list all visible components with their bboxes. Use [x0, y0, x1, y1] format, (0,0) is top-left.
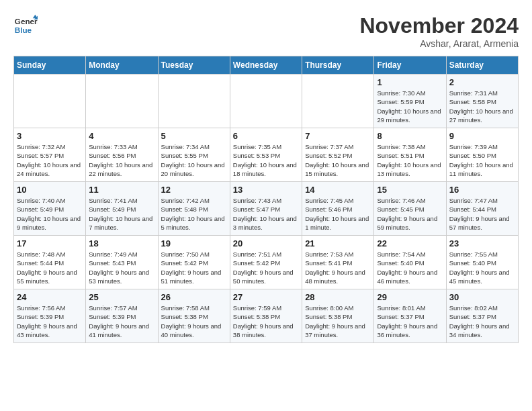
location: Avshar, Ararat, Armenia	[359, 38, 519, 49]
day-number: 6	[233, 131, 299, 141]
calendar-cell: 30Sunrise: 8:02 AM Sunset: 5:37 PM Dayli…	[446, 289, 518, 343]
day-info: Sunrise: 7:35 AM Sunset: 5:53 PM Dayligh…	[233, 142, 299, 178]
day-number: 15	[377, 185, 443, 195]
calendar-cell: 5Sunrise: 7:34 AM Sunset: 5:55 PM Daylig…	[158, 128, 230, 182]
day-info: Sunrise: 8:02 AM Sunset: 5:37 PM Dayligh…	[449, 304, 515, 339]
day-number: 12	[161, 185, 227, 195]
day-number: 19	[161, 238, 227, 248]
day-number: 27	[233, 292, 299, 302]
calendar-cell	[86, 75, 158, 128]
day-info: Sunrise: 7:48 AM Sunset: 5:44 PM Dayligh…	[17, 250, 83, 285]
calendar-cell: 11Sunrise: 7:41 AM Sunset: 5:49 PM Dayli…	[86, 182, 158, 236]
day-info: Sunrise: 7:51 AM Sunset: 5:42 PM Dayligh…	[233, 250, 299, 285]
day-info: Sunrise: 7:41 AM Sunset: 5:49 PM Dayligh…	[89, 196, 154, 232]
day-number: 5	[161, 131, 227, 141]
logo-icon: General Blue	[13, 13, 38, 38]
calendar-cell: 18Sunrise: 7:49 AM Sunset: 5:43 PM Dayli…	[86, 236, 158, 289]
calendar-cell: 23Sunrise: 7:55 AM Sunset: 5:40 PM Dayli…	[446, 236, 518, 289]
day-number: 25	[89, 292, 154, 302]
day-number: 28	[305, 292, 371, 302]
day-number: 13	[233, 185, 299, 195]
calendar-cell: 14Sunrise: 7:45 AM Sunset: 5:46 PM Dayli…	[302, 182, 374, 236]
day-info: Sunrise: 7:56 AM Sunset: 5:39 PM Dayligh…	[17, 304, 83, 339]
day-info: Sunrise: 7:53 AM Sunset: 5:41 PM Dayligh…	[305, 250, 371, 285]
weekday-header-friday: Friday	[374, 56, 446, 75]
weekday-header-saturday: Saturday	[446, 56, 518, 75]
day-info: Sunrise: 8:01 AM Sunset: 5:37 PM Dayligh…	[377, 304, 443, 339]
calendar-cell: 3Sunrise: 7:32 AM Sunset: 5:57 PM Daylig…	[14, 128, 86, 182]
day-number: 22	[377, 238, 443, 248]
calendar-cell: 24Sunrise: 7:56 AM Sunset: 5:39 PM Dayli…	[14, 289, 86, 343]
week-row-2: 3Sunrise: 7:32 AM Sunset: 5:57 PM Daylig…	[14, 128, 519, 182]
day-info: Sunrise: 7:30 AM Sunset: 5:59 PM Dayligh…	[377, 89, 443, 124]
calendar-cell: 27Sunrise: 7:59 AM Sunset: 5:38 PM Dayli…	[230, 289, 302, 343]
day-number: 30	[449, 292, 515, 302]
day-number: 24	[17, 292, 83, 302]
calendar-cell: 10Sunrise: 7:40 AM Sunset: 5:49 PM Dayli…	[14, 182, 86, 236]
weekday-header-thursday: Thursday	[302, 56, 374, 75]
day-number: 23	[449, 238, 515, 248]
day-info: Sunrise: 8:00 AM Sunset: 5:38 PM Dayligh…	[305, 304, 371, 339]
weekday-header-row: SundayMondayTuesdayWednesdayThursdayFrid…	[14, 56, 519, 75]
calendar-cell	[302, 75, 374, 128]
calendar-cell: 4Sunrise: 7:33 AM Sunset: 5:56 PM Daylig…	[86, 128, 158, 182]
calendar-cell: 1Sunrise: 7:30 AM Sunset: 5:59 PM Daylig…	[374, 75, 446, 128]
logo: General Blue	[13, 13, 38, 38]
calendar-cell	[14, 75, 86, 128]
day-number: 21	[305, 238, 371, 248]
svg-text:Blue: Blue	[15, 26, 32, 34]
calendar-cell	[230, 75, 302, 128]
title-block: November 2024 Avshar, Ararat, Armenia	[359, 13, 519, 49]
calendar-cell: 26Sunrise: 7:58 AM Sunset: 5:38 PM Dayli…	[158, 289, 230, 343]
calendar-cell: 12Sunrise: 7:42 AM Sunset: 5:48 PM Dayli…	[158, 182, 230, 236]
week-row-3: 10Sunrise: 7:40 AM Sunset: 5:49 PM Dayli…	[14, 182, 519, 236]
day-number: 16	[449, 185, 515, 195]
day-info: Sunrise: 7:46 AM Sunset: 5:45 PM Dayligh…	[377, 196, 443, 232]
day-info: Sunrise: 7:38 AM Sunset: 5:51 PM Dayligh…	[377, 142, 443, 178]
calendar-cell: 29Sunrise: 8:01 AM Sunset: 5:37 PM Dayli…	[374, 289, 446, 343]
weekday-header-wednesday: Wednesday	[230, 56, 302, 75]
day-number: 2	[449, 77, 515, 87]
day-number: 11	[89, 185, 154, 195]
day-number: 18	[89, 238, 154, 248]
weekday-header-sunday: Sunday	[14, 56, 86, 75]
day-info: Sunrise: 7:34 AM Sunset: 5:55 PM Dayligh…	[161, 142, 227, 178]
calendar-cell: 2Sunrise: 7:31 AM Sunset: 5:58 PM Daylig…	[446, 75, 518, 128]
day-info: Sunrise: 7:40 AM Sunset: 5:49 PM Dayligh…	[17, 196, 83, 232]
day-number: 7	[305, 131, 371, 141]
calendar-table: SundayMondayTuesdayWednesdayThursdayFrid…	[13, 56, 519, 343]
calendar-cell: 19Sunrise: 7:50 AM Sunset: 5:42 PM Dayli…	[158, 236, 230, 289]
day-info: Sunrise: 7:57 AM Sunset: 5:39 PM Dayligh…	[89, 304, 154, 339]
day-info: Sunrise: 7:42 AM Sunset: 5:48 PM Dayligh…	[161, 196, 227, 232]
calendar-cell: 28Sunrise: 8:00 AM Sunset: 5:38 PM Dayli…	[302, 289, 374, 343]
calendar-cell: 21Sunrise: 7:53 AM Sunset: 5:41 PM Dayli…	[302, 236, 374, 289]
calendar-cell: 15Sunrise: 7:46 AM Sunset: 5:45 PM Dayli…	[374, 182, 446, 236]
calendar-cell: 6Sunrise: 7:35 AM Sunset: 5:53 PM Daylig…	[230, 128, 302, 182]
calendar-cell: 17Sunrise: 7:48 AM Sunset: 5:44 PM Dayli…	[14, 236, 86, 289]
day-number: 8	[377, 131, 443, 141]
day-info: Sunrise: 7:32 AM Sunset: 5:57 PM Dayligh…	[17, 142, 83, 178]
day-number: 20	[233, 238, 299, 248]
day-number: 9	[449, 131, 515, 141]
day-info: Sunrise: 7:43 AM Sunset: 5:47 PM Dayligh…	[233, 196, 299, 232]
day-info: Sunrise: 7:31 AM Sunset: 5:58 PM Dayligh…	[449, 89, 515, 124]
week-row-5: 24Sunrise: 7:56 AM Sunset: 5:39 PM Dayli…	[14, 289, 519, 343]
day-info: Sunrise: 7:45 AM Sunset: 5:46 PM Dayligh…	[305, 196, 371, 232]
calendar-cell	[158, 75, 230, 128]
calendar-cell: 16Sunrise: 7:47 AM Sunset: 5:44 PM Dayli…	[446, 182, 518, 236]
day-info: Sunrise: 7:54 AM Sunset: 5:40 PM Dayligh…	[377, 250, 443, 285]
day-number: 14	[305, 185, 371, 195]
calendar-cell: 20Sunrise: 7:51 AM Sunset: 5:42 PM Dayli…	[230, 236, 302, 289]
day-info: Sunrise: 7:59 AM Sunset: 5:38 PM Dayligh…	[233, 304, 299, 339]
day-info: Sunrise: 7:37 AM Sunset: 5:52 PM Dayligh…	[305, 142, 371, 178]
day-info: Sunrise: 7:33 AM Sunset: 5:56 PM Dayligh…	[89, 142, 154, 178]
day-number: 17	[17, 238, 83, 248]
day-number: 3	[17, 131, 83, 141]
day-info: Sunrise: 7:39 AM Sunset: 5:50 PM Dayligh…	[449, 142, 515, 178]
week-row-1: 1Sunrise: 7:30 AM Sunset: 5:59 PM Daylig…	[14, 75, 519, 128]
day-info: Sunrise: 7:49 AM Sunset: 5:43 PM Dayligh…	[89, 250, 154, 285]
day-number: 26	[161, 292, 227, 302]
day-info: Sunrise: 7:50 AM Sunset: 5:42 PM Dayligh…	[161, 250, 227, 285]
calendar-cell: 9Sunrise: 7:39 AM Sunset: 5:50 PM Daylig…	[446, 128, 518, 182]
page-header: General Blue November 2024 Avshar, Arara…	[13, 13, 519, 49]
